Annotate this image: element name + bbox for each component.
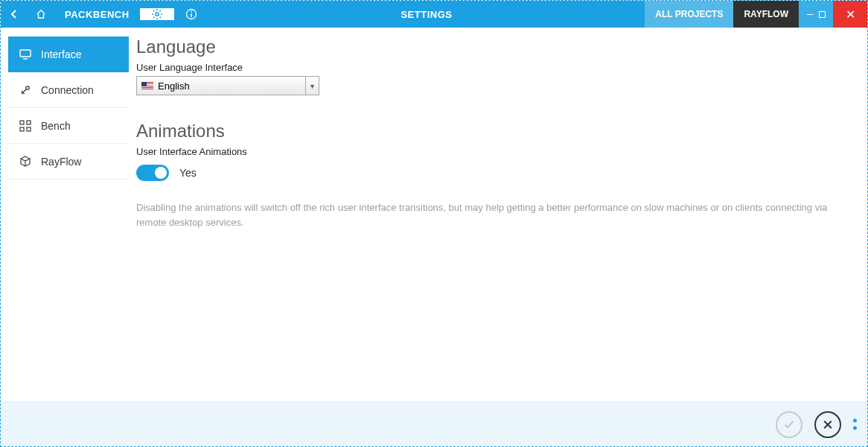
tab-all-projects[interactable]: ALL PROJECTS [645,1,733,28]
svg-rect-7 [20,121,24,124]
checkmark-icon [782,418,796,431]
svg-rect-10 [27,127,31,131]
sidebar-item-label: Interface [41,48,81,60]
tab-info[interactable] [174,8,208,20]
titlebar: PACKBENCH SETTINGS ALL PROJECTS RAYFLOW [1,1,867,28]
sidebar-item-label: Connection [41,84,94,96]
section-title-language: Language [136,37,837,57]
animations-toggle-row: Yes [136,165,837,181]
restore-icon [819,11,826,18]
sidebar-item-interface[interactable]: Interface [8,37,129,72]
window-min-restore-button[interactable] [799,1,833,28]
svg-rect-8 [27,121,31,124]
animations-toggle-value: Yes [179,167,197,179]
svg-rect-9 [20,127,24,131]
gear-icon [151,8,163,20]
more-button[interactable] [853,419,857,430]
svg-point-3 [191,11,192,13]
language-select-value: English [158,80,190,92]
close-icon [822,419,834,431]
dot-icon [853,426,857,430]
minimize-icon [807,14,813,15]
sidebar-item-connection[interactable]: Connection [8,72,129,108]
content-pane: Language User Language Interface English… [129,37,867,402]
body: Interface Connection Bench RayFlow [1,37,867,402]
info-icon [185,8,197,20]
window-close-button[interactable] [833,1,867,28]
cancel-button[interactable] [814,411,841,438]
svg-point-6 [26,86,29,89]
apply-button[interactable] [776,411,802,438]
footer [1,402,867,446]
sidebar-item-label: Bench [41,120,71,132]
field-label-language: User Language Interface [136,62,837,73]
chevron-down-icon: ▾ [305,77,319,95]
animations-help-text: Disabling the animations will switch off… [136,200,837,229]
sidebar-item-bench[interactable]: Bench [8,108,129,144]
section-title-animations: Animations [136,121,837,142]
svg-point-0 [155,13,158,16]
sidebar-item-label: RayFlow [41,156,81,168]
tab-rayflow[interactable]: RAYFLOW [733,1,799,28]
flag-icon [141,82,153,90]
svg-rect-4 [20,50,31,57]
language-select[interactable]: English ▾ [136,76,319,95]
satellite-icon [19,83,32,97]
back-button[interactable] [1,9,28,19]
monitor-icon [19,48,32,61]
titlebar-right: ALL PROJECTS RAYFLOW [645,1,867,28]
dot-icon [853,419,857,422]
app-window: PACKBENCH SETTINGS ALL PROJECTS RAYFLOW [0,0,868,447]
animations-toggle[interactable] [136,165,169,181]
home-button[interactable] [28,9,54,19]
window-controls [799,1,867,28]
titlebar-left: PACKBENCH [1,1,208,28]
settings-sidebar: Interface Connection Bench RayFlow [8,37,129,402]
field-label-animations: User Interface Animations [136,146,837,157]
page-title: SETTINGS [208,1,645,28]
sidebar-item-rayflow[interactable]: RayFlow [8,144,129,180]
tab-settings[interactable] [140,8,174,20]
modules-icon [19,119,32,133]
brand-label: PACKBENCH [54,9,140,20]
cube-icon [19,155,32,168]
